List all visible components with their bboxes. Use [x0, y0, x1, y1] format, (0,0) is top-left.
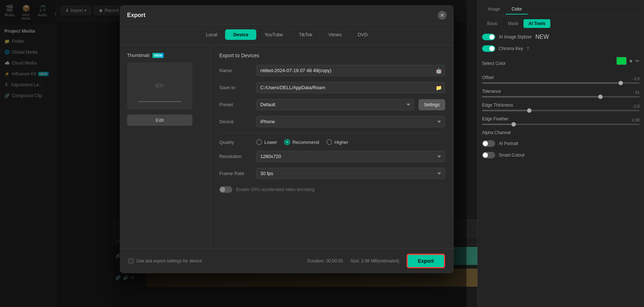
device-select[interactable]: iPhone iPad Apple TV Android [256, 116, 445, 127]
footer-info: Duration: 00:00:05 Size: 2.98 MB(estimat… [307, 254, 445, 268]
preset-row: Preset Default High Quality Web Settings [219, 99, 445, 110]
tab-local[interactable]: Local [198, 29, 225, 40]
dialog-header: Export ✕ [120, 5, 454, 24]
subtab-mask[interactable]: Mask [503, 19, 523, 28]
export-dialog: Export ✕ Local Device YouTube TikTok Vim… [120, 5, 454, 273]
chroma-key-row: Chroma Key ? [482, 45, 640, 52]
offset-slider-track [482, 82, 640, 84]
dialog-body: Thumbnail: NEW ✏ Edit Export to Devices … [120, 45, 454, 248]
thumbnail-panel: Thumbnail: NEW ✏ Edit [120, 45, 211, 248]
edge-thickness-slider-fill [482, 110, 529, 111]
tab-vimeo[interactable]: Vimeo [321, 29, 350, 40]
size-label: Size: 2.98 MB(estimated) [350, 258, 399, 264]
edge-feather-slider-thumb[interactable] [511, 122, 516, 126]
name-input-container: 🤖 [256, 65, 445, 76]
quality-recommend-radio[interactable] [284, 139, 290, 145]
save-to-folder-icon[interactable]: 📁 [433, 85, 445, 91]
subtab-basic[interactable]: Basic [482, 19, 503, 28]
select-color-controls: ▾ ✏ [616, 57, 640, 65]
footer-checkbox[interactable] [129, 258, 134, 264]
offset-slider-thumb[interactable] [619, 81, 623, 85]
quality-lower-radio[interactable] [256, 139, 262, 145]
device-row: Device iPhone iPad Apple TV Android [219, 116, 445, 127]
alpha-channel-row: Alpha Channel [482, 130, 640, 135]
color-swatch[interactable] [616, 57, 627, 65]
footer-left: Use last export settings for device [129, 258, 202, 264]
settings-panel: Export to Devices Name 🤖 Save to 📁 Pr [211, 45, 454, 248]
name-input[interactable] [257, 65, 433, 76]
thumbnail-line [138, 101, 182, 102]
quality-row: Quality Lower Recommend Higher [219, 139, 445, 145]
thumbnail-badge: NEW [152, 53, 164, 58]
color-picker-icon[interactable]: ✏ [635, 58, 640, 64]
resolution-select[interactable]: 1280x720 1920x1080 3840x2160 [256, 151, 445, 162]
dialog-footer: Use last export settings for device Dura… [120, 248, 454, 273]
color-dropdown-icon[interactable]: ▾ [629, 58, 632, 65]
save-to-input[interactable] [257, 82, 433, 93]
tab-color[interactable]: Color [506, 4, 528, 14]
smart-cutout-toggle[interactable] [482, 152, 495, 158]
quality-higher-radio[interactable] [326, 139, 332, 145]
smart-cutout-label-group: Smart Cutout [482, 152, 525, 158]
name-ai-icon[interactable]: 🤖 [433, 68, 445, 74]
quality-higher-option[interactable]: Higher [326, 139, 348, 145]
tolerance-slider-fill [482, 96, 600, 98]
duration-label: Duration: 00:00:05 [307, 258, 343, 264]
frame-rate-select[interactable]: 24 fps 25 fps 30 fps 60 fps [256, 168, 445, 179]
quality-recommend-option[interactable]: Recommend [284, 139, 319, 145]
ai-image-stylizer-toggle[interactable] [482, 34, 495, 40]
tab-device[interactable]: Device [225, 29, 256, 40]
quality-lower-option[interactable]: Lower [256, 139, 277, 145]
chroma-key-label-group: Chroma Key ? [482, 45, 529, 52]
chroma-key-toggle[interactable] [482, 45, 495, 52]
edge-feather-slider-fill [482, 124, 514, 125]
right-subtabs: Basic Mask AI Tools [482, 19, 640, 28]
tab-youtube[interactable]: YouTube [256, 29, 291, 40]
gpu-toggle-row: Enable GPU accelerated video encoding [219, 186, 445, 193]
ai-stylizer-badge: NEW [535, 34, 549, 40]
tab-dvd[interactable]: DVD [350, 29, 375, 40]
offset-slider-fill [482, 82, 621, 84]
thumbnail-edit-icon: ✏ [155, 79, 165, 93]
edit-thumbnail-button[interactable]: Edit [127, 115, 192, 126]
tolerance-slider-thumb[interactable] [598, 95, 603, 99]
tab-tiktok[interactable]: TikTok [291, 29, 320, 40]
frame-rate-row: Frame Rate 24 fps 25 fps 30 fps 60 fps [219, 168, 445, 179]
ai-image-stylizer-label-group: AI Image Stylizer NEW [482, 34, 549, 40]
ai-portrait-toggle[interactable] [482, 140, 495, 147]
thumbnail-label: Thumbnail: NEW [127, 53, 164, 58]
name-row: Name 🤖 [219, 65, 445, 76]
thumbnail-box: ✏ [127, 62, 192, 109]
dialog-close-button[interactable]: ✕ [438, 11, 447, 20]
edge-thickness-slider-track [482, 110, 640, 111]
smart-cutout-row: Smart Cutout [482, 152, 640, 158]
select-color-row-container: Select Color ▾ ✏ [482, 57, 640, 70]
edge-feather-slider-row: Edge Feather 2.00 [482, 116, 640, 125]
preset-select[interactable]: Default High Quality Web [256, 99, 414, 110]
save-to-input-container: 📁 [256, 82, 445, 93]
settings-button[interactable]: Settings [419, 99, 445, 110]
offset-slider-row: Offset -2.0 [482, 75, 640, 84]
ai-portrait-label-group: AI Portrait [482, 140, 518, 147]
ai-portrait-row: AI Portrait [482, 140, 640, 147]
right-panel: Image Color Basic Mask AI Tools AI Image… [477, 0, 644, 307]
gpu-toggle[interactable] [219, 186, 232, 193]
dialog-title: Export [127, 12, 146, 18]
ai-image-stylizer-row: AI Image Stylizer NEW [482, 34, 640, 40]
subtab-ai-tools[interactable]: AI Tools [523, 19, 550, 28]
divider-1 [219, 133, 445, 133]
edge-thickness-slider-row: Edge Thickness -2.0 [482, 103, 640, 111]
chroma-key-help-icon[interactable]: ? [527, 46, 529, 51]
right-panel-tabs: Image Color [482, 4, 640, 15]
edge-thickness-slider-thumb[interactable] [527, 108, 531, 113]
save-to-row: Save to 📁 [219, 82, 445, 93]
tolerance-slider-row: Tolerance 51 [482, 89, 640, 98]
export-to-label: Export to Devices [219, 53, 445, 58]
quality-options: Lower Recommend Higher [256, 139, 348, 145]
dialog-tabs: Local Device YouTube TikTok Vimeo DVD [120, 24, 454, 45]
tolerance-slider-track [482, 96, 640, 98]
edge-feather-slider-track [482, 124, 640, 125]
export-button[interactable]: Export [407, 254, 445, 268]
tab-image[interactable]: Image [482, 4, 506, 14]
resolution-row: Resolution 1280x720 1920x1080 3840x2160 [219, 151, 445, 162]
